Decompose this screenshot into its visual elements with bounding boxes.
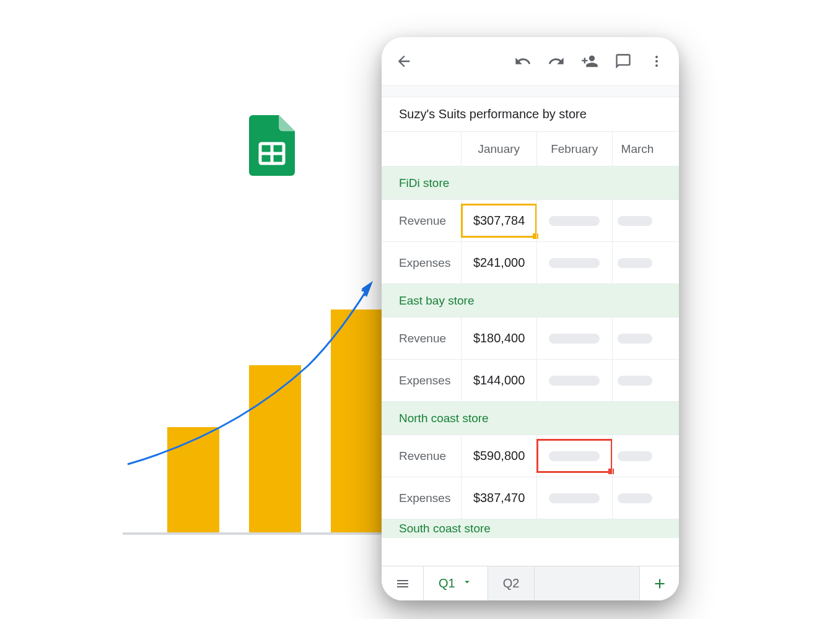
row-label[interactable]: Expenses — [382, 242, 461, 284]
column-header-row: January February March — [382, 132, 679, 167]
cell-placeholder[interactable] — [536, 200, 612, 241]
cell-placeholder[interactable] — [612, 200, 679, 241]
add-sheet-button[interactable] — [639, 566, 679, 600]
back-arrow-icon[interactable] — [395, 53, 413, 70]
cell-placeholder[interactable] — [612, 318, 679, 359]
google-sheets-logo-icon — [249, 115, 295, 176]
app-toolbar — [382, 37, 679, 85]
cell-placeholder[interactable] — [612, 435, 679, 477]
col-header-blank[interactable] — [382, 132, 461, 166]
svg-point-10 — [655, 64, 658, 67]
row-label[interactable]: Revenue — [382, 435, 461, 477]
cell-placeholder[interactable] — [612, 360, 679, 401]
decorative-bar-chart — [123, 272, 383, 539]
cell-value[interactable]: $387,470 — [461, 477, 536, 519]
tab-q1[interactable]: Q1 — [424, 566, 488, 600]
group-header-southcoast[interactable]: South coast store — [382, 519, 679, 538]
cell-placeholder[interactable] — [612, 477, 679, 519]
tab-bar-spacer — [535, 566, 639, 600]
svg-rect-5 — [331, 310, 383, 532]
col-header-february[interactable]: February — [536, 132, 612, 166]
svg-rect-3 — [167, 427, 219, 532]
sheet-title-text: Suzy's Suits performance by store — [399, 107, 587, 121]
table-row: Expenses $241,000 — [382, 242, 679, 284]
table-row: Revenue $180,400 — [382, 318, 679, 360]
spreadsheet-grid[interactable]: Suzy's Suits performance by store Januar… — [382, 85, 679, 566]
col-header-january[interactable]: January — [461, 132, 536, 166]
cell-value[interactable]: $144,000 — [461, 360, 536, 401]
header-stub — [382, 86, 679, 97]
more-vert-icon[interactable] — [648, 53, 665, 70]
chevron-down-icon — [462, 576, 473, 591]
tab-q2[interactable]: Q2 — [488, 566, 535, 600]
cell-value[interactable]: $180,400 — [461, 318, 536, 359]
svg-point-8 — [655, 56, 658, 58]
tab-label: Q1 — [439, 576, 455, 591]
group-label: South coast store — [399, 522, 491, 535]
svg-point-9 — [655, 60, 658, 63]
cell-placeholder[interactable] — [536, 318, 612, 359]
cell-value[interactable]: $241,000 — [461, 242, 536, 284]
add-person-icon[interactable] — [581, 53, 598, 70]
cell-value[interactable]: $307,784 — [461, 200, 536, 241]
group-header-northcoast[interactable]: North coast store — [382, 402, 679, 435]
table-row: Expenses $387,470 — [382, 477, 679, 519]
cell-placeholder[interactable] — [536, 477, 612, 519]
cell-placeholder[interactable] — [536, 435, 612, 477]
sheet-title-cell[interactable]: Suzy's Suits performance by store — [382, 97, 679, 132]
group-label: FiDi store — [399, 176, 449, 190]
cell-placeholder[interactable] — [536, 360, 612, 401]
group-label: East bay store — [399, 294, 474, 308]
group-header-fidi[interactable]: FiDi store — [382, 167, 679, 200]
cell-placeholder[interactable] — [536, 242, 612, 284]
cell-value[interactable]: $590,800 — [461, 435, 536, 477]
all-sheets-menu-icon[interactable] — [382, 566, 424, 600]
phone-mockup: Suzy's Suits performance by store Januar… — [382, 37, 679, 600]
group-header-eastbay[interactable]: East bay store — [382, 284, 679, 318]
redo-icon[interactable] — [548, 53, 565, 70]
table-row: Expenses $144,000 — [382, 360, 679, 402]
sheet-tab-bar: Q1 Q2 — [382, 566, 679, 600]
comment-icon[interactable] — [615, 53, 632, 70]
group-label: North coast store — [399, 412, 489, 425]
undo-icon[interactable] — [514, 53, 532, 70]
tab-label: Q2 — [503, 576, 520, 591]
row-label[interactable]: Expenses — [382, 477, 461, 519]
table-row: Revenue $307,784 — [382, 200, 679, 242]
cell-placeholder[interactable] — [612, 242, 679, 284]
row-label[interactable]: Expenses — [382, 360, 461, 401]
row-label[interactable]: Revenue — [382, 318, 461, 359]
col-header-march[interactable]: March — [612, 132, 679, 166]
row-label[interactable]: Revenue — [382, 200, 461, 241]
table-row: Revenue $590,800 — [382, 435, 679, 477]
svg-rect-4 — [249, 365, 301, 532]
